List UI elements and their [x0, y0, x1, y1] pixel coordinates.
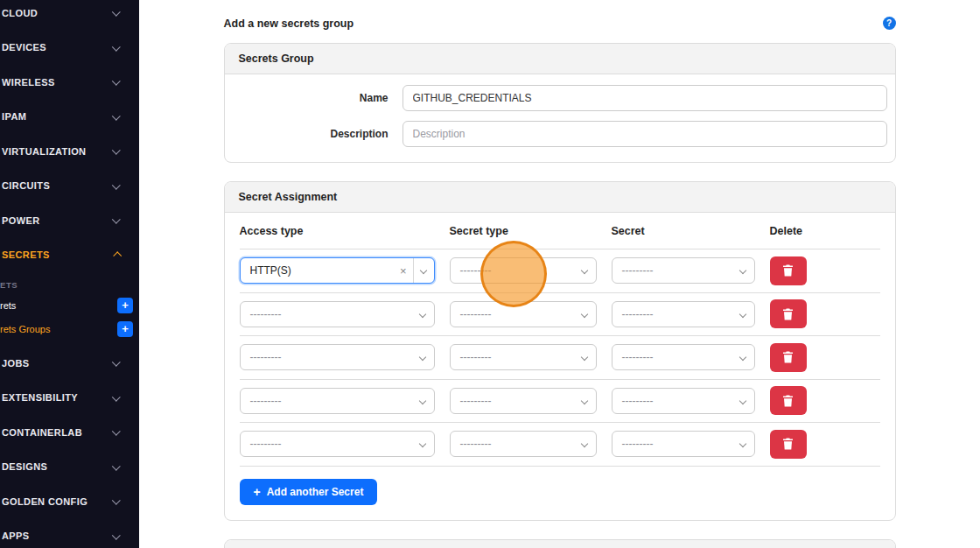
delete-row-button[interactable] — [770, 256, 807, 285]
page-title: Add a new secrets group — [224, 18, 354, 30]
chevron-down-icon — [112, 531, 121, 540]
chevron-down-icon — [580, 354, 587, 361]
secret-type-select[interactable]: --------- — [450, 301, 597, 327]
chevron-down-icon — [112, 393, 121, 402]
sidebar-item-golden-config[interactable]: GOLDEN CONFIG — [0, 484, 139, 519]
chevron-down-icon — [738, 267, 746, 274]
chevron-down-icon — [418, 354, 425, 361]
delete-row-button[interactable] — [770, 299, 807, 328]
sidebar-item-label: CIRCUITS — [2, 180, 50, 191]
sidebar-item-devices[interactable]: DEVICES — [0, 31, 139, 66]
page-header: Add a new secrets group ? — [224, 17, 896, 30]
add-another-secret-button[interactable]: + Add another Secret — [240, 479, 378, 505]
chevron-down-icon — [112, 43, 121, 52]
secret-select[interactable]: --------- — [612, 388, 755, 414]
chevron-down-icon — [112, 215, 121, 224]
help-icon[interactable]: ? — [883, 17, 896, 30]
trash-icon — [782, 351, 794, 363]
column-header-secret-type: Secret type — [450, 225, 597, 237]
secret-type-select[interactable]: --------- — [450, 388, 597, 414]
clear-selection-icon[interactable]: × — [396, 265, 413, 277]
sidebar-item-containerlab[interactable]: CONTAINERLAB — [0, 415, 139, 450]
name-input[interactable] — [402, 85, 887, 111]
chevron-down-icon — [112, 462, 121, 471]
next-card-header — [225, 540, 895, 548]
secret-select[interactable]: --------- — [612, 257, 755, 284]
secret-assignment-card: Secret Assignment Access type Secret typ… — [224, 181, 896, 521]
sidebar-item-power[interactable]: POWER — [0, 203, 139, 238]
sidebar-item-cloud[interactable]: CLOUD — [0, 0, 139, 31]
secret-assignment-row: --------- --------- --------- — [240, 380, 880, 424]
chevron-down-icon — [112, 77, 121, 86]
chevron-down-icon — [580, 267, 587, 274]
sidebar-item-label: EXTENSIBILITY — [2, 392, 78, 403]
sidebar-item-label: CONTAINERLAB — [2, 427, 82, 438]
add-secrets-group-button[interactable]: + — [117, 321, 133, 337]
sidebar-item-label: IPAM — [2, 111, 26, 122]
submenu-section-label: ETS — [0, 274, 139, 293]
access-type-select[interactable]: --------- — [240, 301, 435, 327]
description-label: Description — [240, 128, 388, 140]
secret-assignment-card-title: Secret Assignment — [225, 182, 895, 213]
sidebar-item-apps[interactable]: APPS — [0, 519, 139, 548]
sidebar-item-label: DESIGNS — [2, 461, 47, 472]
name-form-row: Name — [240, 85, 887, 111]
access-type-select[interactable]: --------- — [240, 344, 435, 370]
sidebar-item-extensibility[interactable]: EXTENSIBILITY — [0, 381, 139, 416]
add-another-secret-label: Add another Secret — [267, 486, 364, 498]
secret-assignment-row: --------- --------- --------- — [240, 423, 880, 467]
column-header-secret: Secret — [612, 225, 755, 237]
sidebar-item-virtualization[interactable]: VIRTUALIZATION — [0, 134, 139, 169]
sidebar: CLOUD DEVICES WIRELESS IPAM VIRTUALIZATI… — [0, 0, 139, 548]
sidebar-item-label: POWER — [2, 215, 40, 226]
description-form-row: Description — [240, 121, 887, 147]
plus-icon: + — [254, 486, 261, 498]
chevron-down-icon — [418, 311, 425, 318]
secret-type-select[interactable]: --------- — [450, 344, 597, 370]
sidebar-item-ipam[interactable]: IPAM — [0, 100, 139, 135]
sidebar-subitem-secrets[interactable]: rets + — [0, 293, 139, 317]
chevron-down-icon — [738, 397, 746, 404]
chevron-down-icon — [418, 397, 425, 404]
sidebar-item-label: JOBS — [2, 358, 30, 369]
chevron-down-icon — [112, 427, 121, 436]
chevron-down-icon — [112, 181, 121, 190]
secret-select[interactable]: --------- — [612, 344, 755, 370]
main-content: Add a new secrets group ? Secrets Group … — [139, 0, 980, 548]
secret-type-select[interactable]: --------- — [450, 431, 597, 457]
chevron-down-icon — [738, 311, 746, 318]
sidebar-item-designs[interactable]: DESIGNS — [0, 450, 139, 485]
secrets-group-card-title: Secrets Group — [225, 44, 895, 74]
trash-icon — [782, 308, 794, 320]
secret-select[interactable]: --------- — [612, 301, 755, 327]
add-secret-button[interactable]: + — [117, 298, 133, 313]
name-label: Name — [240, 92, 388, 104]
description-input[interactable] — [402, 121, 887, 147]
sidebar-item-jobs[interactable]: JOBS — [0, 346, 139, 381]
sidebar-subitem-secrets-groups[interactable]: rets Groups + — [0, 317, 139, 341]
secret-select[interactable]: --------- — [612, 431, 755, 457]
delete-row-button[interactable] — [770, 430, 807, 459]
access-type-select[interactable]: --------- — [240, 388, 435, 414]
column-header-access-type: Access type — [240, 225, 435, 237]
sidebar-item-label: APPS — [2, 530, 30, 541]
chevron-down-icon — [419, 267, 426, 274]
sidebar-item-label: SECRETS — [2, 249, 50, 260]
chevron-down-icon — [112, 496, 121, 505]
next-card-stub — [224, 539, 896, 548]
sidebar-nav-list: CLOUD DEVICES WIRELESS IPAM VIRTUALIZATI… — [0, 0, 139, 548]
sidebar-item-label: GOLDEN CONFIG — [2, 496, 88, 507]
sidebar-item-wireless[interactable]: WIRELESS — [0, 65, 139, 100]
access-type-select[interactable]: HTTP(S) × — [240, 257, 435, 284]
chevron-down-icon — [738, 354, 746, 361]
sidebar-item-secrets[interactable]: SECRETS — [0, 238, 139, 273]
chevron-up-icon — [113, 251, 122, 260]
delete-row-button[interactable] — [770, 386, 807, 415]
delete-row-button[interactable] — [770, 343, 807, 372]
sidebar-item-label: WIRELESS — [2, 77, 55, 88]
chevron-down-icon — [738, 440, 746, 447]
secret-type-select[interactable]: --------- — [450, 257, 597, 284]
sidebar-item-circuits[interactable]: CIRCUITS — [0, 169, 139, 204]
access-type-select[interactable]: --------- — [240, 431, 435, 457]
trash-icon — [782, 264, 794, 277]
